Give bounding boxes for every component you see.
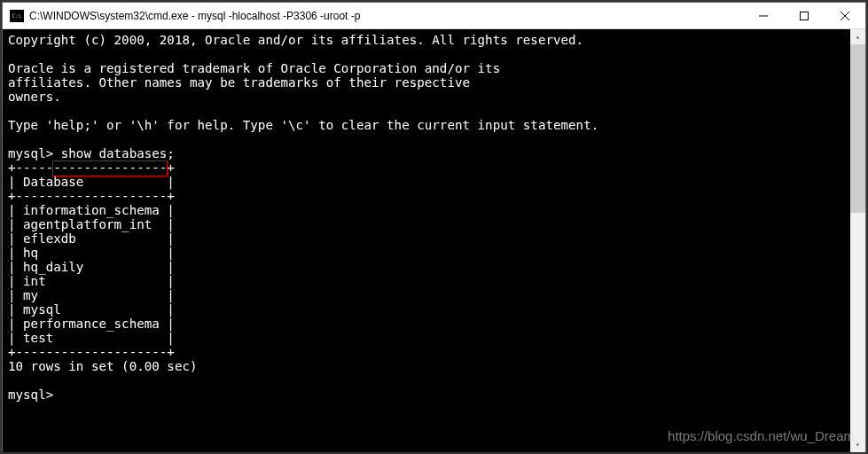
trademark-line-2: affiliates. Other names may be trademark… [8,75,470,90]
trademark-line-1: Oracle is a registered trademark of Orac… [8,61,500,75]
table-row: | information_schema | [8,203,175,217]
titlebar[interactable]: C:\WINDOWS\system32\cmd.exe - mysql -hlo… [3,3,865,29]
table-border-bot: +--------------------+ [8,345,175,359]
table-row: | test | [8,331,175,345]
table-header: | Database | [8,175,175,189]
table-row: | int | [8,274,175,288]
minimize-button[interactable] [743,3,784,28]
table-border-sep: +--------------------+ [8,189,175,203]
mysql-prompt: mysql> [8,387,53,402]
watermark-text: https://blog.csdn.net/wu_Dream [668,428,855,443]
copyright-line: Copyright (c) 2000, 2018, Oracle and/or … [8,33,583,47]
scroll-up-arrow-icon[interactable]: ▴ [850,29,865,44]
window-controls [743,3,865,28]
table-row: | my | [8,288,175,302]
window-title: C:\WINDOWS\system32\cmd.exe - mysql -hlo… [29,10,743,22]
terminal-output: Copyright (c) 2000, 2018, Oracle and/or … [3,29,865,405]
maximize-button[interactable] [784,3,825,28]
vertical-scrollbar[interactable]: ▴ ▾ [850,29,865,452]
trademark-line-3: owners. [8,90,61,104]
scroll-thumb[interactable] [850,44,865,213]
help-line: Type 'help;' or '\h' for help. Type '\c'… [8,118,598,132]
cmd-icon [10,10,24,22]
mysql-prompt: mysql> [8,146,53,160]
svg-rect-1 [801,12,809,20]
result-summary: 10 rows in set (0.00 sec) [8,359,198,373]
close-button[interactable] [825,3,865,28]
table-row: | hq_daily | [8,260,175,274]
table-row: | hq | [8,246,175,260]
terminal-area[interactable]: Copyright (c) 2000, 2018, Oracle and/or … [3,29,865,452]
table-border-top: +--------------------+ [8,160,175,175]
table-row: | eflexdb | [8,231,175,246]
table-row: | mysql | [8,302,175,317]
table-row: | performance_schema | [8,317,175,331]
command-show-databases: show databases; [53,146,175,160]
table-row: | agentplatform_int | [8,217,175,231]
scroll-track[interactable] [850,44,865,437]
command-prompt-window: C:\WINDOWS\system32\cmd.exe - mysql -hlo… [2,2,866,452]
